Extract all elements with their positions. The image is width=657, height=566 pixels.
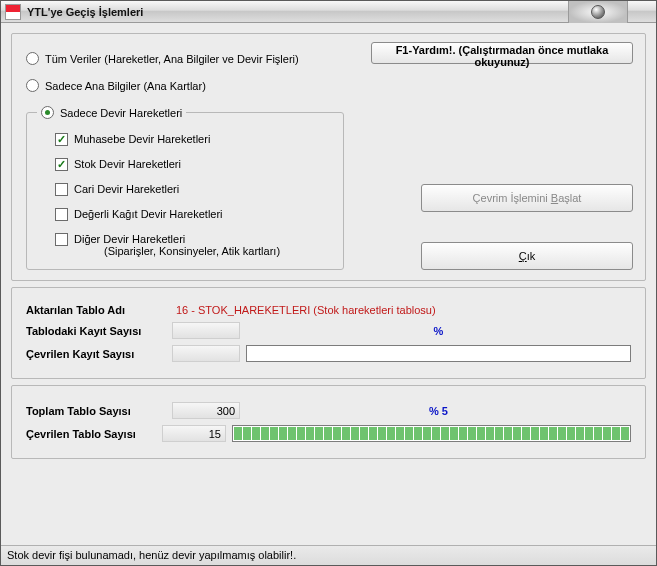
status-text: Stok devir fişi bulunamadı, henüz devir … [7, 549, 296, 561]
btn-accel: Ç [519, 250, 527, 262]
checkbox-label: Cari Devir Hareketleri [74, 183, 179, 195]
percent-tables: % 5 [246, 405, 631, 417]
row-record-count: Tablodaki Kayıt Sayısı % [26, 322, 631, 339]
percent-record: % [246, 325, 631, 337]
btn-text: Çevrim İşlemini [473, 192, 551, 204]
app-icon [5, 4, 21, 20]
progress-records [246, 345, 631, 362]
check-muhasebe[interactable]: Muhasebe Devir Hareketleri [55, 133, 333, 146]
radio-icon [26, 52, 39, 65]
checkbox-label-main: Diğer Devir Hareketleri [74, 233, 185, 245]
minimize-button[interactable] [591, 5, 605, 19]
checkbox-icon [55, 183, 68, 196]
checkbox-label: Muhasebe Devir Hareketleri [74, 133, 210, 145]
checkbox-label-sub: (Siparişler, Konsinyeler, Atik kartları) [104, 245, 280, 257]
row-total-tables: Toplam Tablo Sayısı 300 % 5 [26, 402, 631, 419]
label-converted-records: Çevrilen Kayıt Sayısı [26, 348, 166, 360]
titlebar-button-slot [568, 1, 628, 23]
checkbox-icon [55, 233, 68, 246]
help-button[interactable]: F1-Yardım!. (Çalıştırmadan önce mutlaka … [371, 42, 633, 64]
titlebar: YTL'ye Geçiş İşlemleri [1, 1, 656, 23]
devir-fieldset: Sadece Devir Hareketleri Muhasebe Devir … [26, 106, 344, 270]
radio-label: Tüm Veriler (Hareketler, Ana Bilgiler ve… [45, 53, 299, 65]
checkbox-label: Diğer Devir Hareketleri (Siparişler, Kon… [74, 233, 280, 257]
app-window: YTL'ye Geçiş İşlemleri F1-Yardım!. (Çalı… [0, 0, 657, 566]
value-record-count [172, 322, 240, 339]
value-table-name: 16 - STOK_HAREKETLERI (Stok hareketleri … [176, 304, 436, 316]
check-stok[interactable]: Stok Devir Hareketleri [55, 158, 333, 171]
checkbox-icon [55, 208, 68, 221]
label-total-tables: Toplam Tablo Sayısı [26, 405, 166, 417]
checkbox-icon [55, 133, 68, 146]
action-buttons: Çevrim İşlemini Başlat Çık [421, 184, 633, 270]
row-table-name: Aktarılan Tablo Adı 16 - STOK_HAREKETLER… [26, 304, 631, 316]
radio-icon [41, 106, 54, 119]
radio-devir-only[interactable]: Sadece Devir Hareketleri [37, 106, 186, 119]
row-converted-tables: Çevrilen Tablo Sayısı 15 [26, 425, 631, 442]
btn-text: aşlat [558, 192, 581, 204]
row-converted-records: Çevrilen Kayıt Sayısı [26, 345, 631, 362]
client-area: F1-Yardım!. (Çalıştırmadan önce mutlaka … [1, 23, 656, 545]
exit-button[interactable]: Çık [421, 242, 633, 270]
progress-tables [232, 425, 631, 442]
status-bar: Stok devir fişi bulunamadı, henüz devir … [1, 545, 656, 565]
checkbox-label: Değerli Kağıt Devir Hareketleri [74, 208, 223, 220]
value-converted-tables: 15 [162, 425, 226, 442]
checkbox-label: Stok Devir Hareketleri [74, 158, 181, 170]
btn-text: ık [527, 250, 536, 262]
value-total-tables: 300 [172, 402, 240, 419]
checkbox-icon [55, 158, 68, 171]
start-button[interactable]: Çevrim İşlemini Başlat [421, 184, 633, 212]
table-progress-panel: Toplam Tablo Sayısı 300 % 5 Çevrilen Tab… [11, 385, 646, 459]
window-title: YTL'ye Geçiş İşlemleri [27, 6, 143, 18]
check-diger[interactable]: Diğer Devir Hareketleri (Siparişler, Kon… [55, 233, 333, 257]
label-table-name: Aktarılan Tablo Adı [26, 304, 166, 316]
radio-main-only[interactable]: Sadece Ana Bilgiler (Ana Kartlar) [26, 79, 631, 92]
label-converted-tables: Çevrilen Tablo Sayısı [26, 428, 156, 440]
radio-label: Sadece Devir Hareketleri [60, 107, 182, 119]
check-degerli-kagit[interactable]: Değerli Kağıt Devir Hareketleri [55, 208, 333, 221]
value-converted-records [172, 345, 240, 362]
options-panel: F1-Yardım!. (Çalıştırmadan önce mutlaka … [11, 33, 646, 281]
radio-label: Sadece Ana Bilgiler (Ana Kartlar) [45, 80, 206, 92]
transfer-status-panel: Aktarılan Tablo Adı 16 - STOK_HAREKETLER… [11, 287, 646, 379]
check-cari[interactable]: Cari Devir Hareketleri [55, 183, 333, 196]
label-record-count: Tablodaki Kayıt Sayısı [26, 325, 166, 337]
radio-icon [26, 79, 39, 92]
